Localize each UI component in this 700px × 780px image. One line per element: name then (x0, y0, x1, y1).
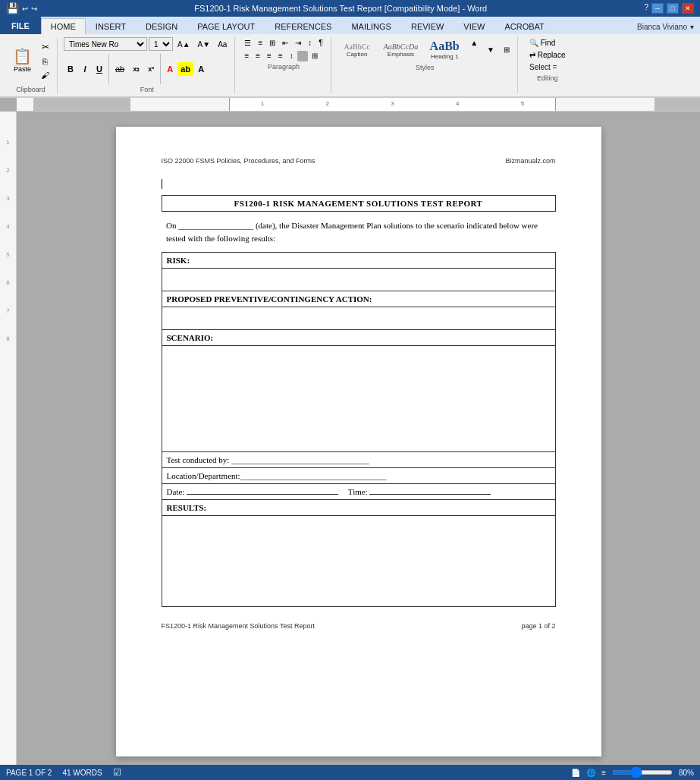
restore-button[interactable]: □ (667, 3, 679, 14)
results-content-row (162, 516, 555, 607)
tab-insert[interactable]: INSERT (86, 18, 136, 34)
align-buttons-row: ≡ ≡ ≡ ≡ ↕ ⊞ (241, 50, 325, 61)
style-caption[interactable]: AaBbCc Caption (337, 40, 377, 60)
bullets-button[interactable]: ☰ (241, 37, 254, 49)
tab-file[interactable]: FILE (0, 17, 41, 34)
accessibility-icon: ☑ (113, 767, 121, 778)
style-heading1[interactable]: AaBb Heading 1 (425, 37, 464, 62)
tab-home[interactable]: HOME (41, 18, 86, 34)
paste-icon: 📋 (13, 49, 32, 64)
text-color-button[interactable]: A (163, 62, 177, 76)
tab-acrobat[interactable]: ACROBAT (494, 18, 554, 34)
decrease-font-button[interactable]: A▼ (195, 39, 214, 50)
document-area: ISO 22000 FSMS Policies, Procedures, and… (17, 112, 700, 772)
status-right: 📄 🌐 ≡ 80% (571, 769, 694, 777)
view-print-icon[interactable]: 📄 (571, 769, 580, 777)
paragraph-group-label: Paragraph (268, 63, 300, 71)
results-label: RESULTS: (162, 500, 555, 516)
style-emphasis[interactable]: AaBbCcDa Emphasis (380, 40, 422, 60)
italic-button[interactable]: I (78, 62, 92, 76)
preventive-content (162, 307, 555, 330)
show-marks-button[interactable]: ¶ (315, 37, 325, 49)
tab-mailings[interactable]: MAILINGS (341, 18, 401, 34)
risk-label: RISK: (162, 253, 555, 269)
select-button[interactable]: Select = (524, 61, 570, 73)
vertical-ruler: 1 2 3 4 5 6 7 8 (0, 112, 17, 772)
intro-row: On __________________ (date), the Disast… (162, 212, 555, 253)
numbering-button[interactable]: ≡ (255, 37, 265, 49)
view-web-icon[interactable]: 🌐 (586, 769, 595, 777)
styles-expand[interactable]: ⊞ (501, 44, 513, 55)
align-right-button[interactable]: ≡ (264, 50, 275, 61)
bold-button[interactable]: B (64, 62, 77, 76)
font-name-select[interactable]: Times New Ro (64, 37, 147, 51)
justify-button[interactable]: ≡ (275, 50, 286, 61)
horizontal-ruler: 12345 (17, 98, 700, 112)
test-conducted-row: Test conducted by: _____________________… (162, 452, 555, 468)
status-bar: PAGE 1 OF 2 41 WORDS ☑ 📄 🌐 ≡ 80% (0, 765, 700, 780)
subscript-button[interactable]: x₂ (129, 62, 143, 76)
preventive-row: PROPOSED PREVENTIVE/CONTINGENCY ACTION: (162, 291, 555, 307)
style-caption-preview: AaBbCc (344, 42, 369, 51)
font-size-select[interactable]: 12 (149, 37, 173, 51)
styles-group-label: Styles (416, 64, 435, 71)
style-emphasis-label: Emphasis (388, 51, 414, 58)
close-button[interactable]: ✕ (682, 3, 694, 14)
font-color-button[interactable]: A (194, 62, 208, 76)
clear-format-button[interactable]: Aa (215, 39, 230, 50)
increase-font-button[interactable]: A▲ (174, 39, 193, 50)
page-footer: FS1200-1 Risk Management Solutions Test … (162, 622, 556, 630)
paste-button[interactable]: 📋 Paste (9, 41, 36, 80)
style-heading1-label: Heading 1 (431, 53, 458, 60)
align-center-button[interactable]: ≡ (253, 50, 263, 61)
zoom-slider[interactable] (612, 770, 673, 775)
format-painter-button[interactable]: 🖌 (38, 69, 52, 81)
find-icon: 🔍 (529, 39, 538, 47)
page-header: ISO 22000 FSMS Policies, Procedures, and… (162, 157, 556, 165)
view-outline-icon[interactable]: ≡ (601, 769, 606, 777)
shading-button[interactable] (297, 51, 308, 61)
tab-design[interactable]: DESIGN (136, 18, 187, 34)
zoom-percent: 80% (679, 769, 694, 777)
cut-button[interactable]: ✂ (38, 40, 52, 54)
results-label-row: RESULTS: (162, 500, 555, 516)
location-row: Location/Department:____________________… (162, 468, 555, 484)
highlight-button[interactable]: ab (177, 62, 193, 76)
styles-scroll-down[interactable]: ▼ (484, 44, 498, 55)
increase-indent-button[interactable]: ⇥ (292, 37, 304, 49)
ribbon-tab-bar: FILE HOME INSERT DESIGN PAGE LAYOUT REFE… (0, 17, 700, 34)
risk-content (162, 269, 555, 291)
sort-button[interactable]: ↕ (305, 37, 315, 49)
title-bar-controls[interactable]: ? ─ □ ✕ (644, 3, 694, 14)
test-conducted-text: Test conducted by: _____________________… (167, 455, 369, 464)
title-row: FS1200-1 RISK MANAGEMENT SOLUTIONS TEST … (162, 196, 555, 212)
multilevel-button[interactable]: ⊞ (266, 37, 278, 49)
underline-button[interactable]: U (93, 62, 106, 76)
font-group-label: Font (140, 86, 154, 93)
word-count: 41 WORDS (62, 769, 102, 777)
style-caption-label: Caption (347, 51, 368, 58)
editing-group-label: Editing (537, 74, 558, 82)
tab-references[interactable]: REFERENCES (265, 18, 341, 34)
find-button[interactable]: 🔍 Find (524, 37, 570, 49)
styles-scroll-up[interactable]: ▲ (467, 37, 481, 49)
line-spacing-button[interactable]: ↕ (287, 50, 297, 61)
editing-group: 🔍 Find ⇄ Replace Select = Editing (520, 37, 575, 93)
tab-view[interactable]: VIEW (454, 18, 494, 34)
strikethrough-button[interactable]: ab (111, 62, 128, 76)
superscript-button[interactable]: x² (144, 62, 158, 76)
decrease-indent-button[interactable]: ⇤ (279, 37, 291, 49)
ribbon: FILE HOME INSERT DESIGN PAGE LAYOUT REFE… (0, 17, 700, 98)
copy-button[interactable]: ⎘ (38, 55, 52, 68)
user-info: Bianca Viviano ▾ (631, 20, 700, 34)
tab-page-layout[interactable]: PAGE LAYOUT (187, 18, 265, 34)
minimize-button[interactable]: ─ (651, 3, 664, 14)
replace-button[interactable]: ⇄ Replace (524, 49, 570, 61)
borders-button[interactable]: ⊞ (309, 50, 321, 61)
intro-text: On __________________ (date), the Disast… (166, 221, 538, 243)
location-cell: Location/Department:____________________… (162, 468, 555, 484)
title-bar-icons: 💾 ↩ ↪ (6, 2, 37, 14)
tab-review[interactable]: REVIEW (401, 18, 454, 34)
align-left-button[interactable]: ≡ (241, 50, 252, 61)
time-label: Time: (348, 487, 368, 496)
